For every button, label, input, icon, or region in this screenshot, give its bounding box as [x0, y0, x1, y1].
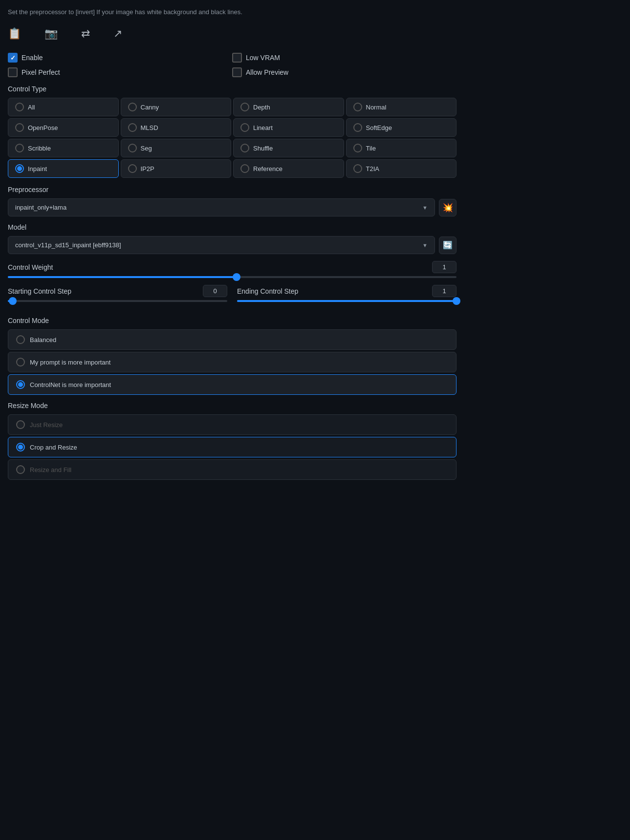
ending-step-thumb[interactable]: [453, 297, 460, 305]
resize-option-just[interactable]: Just Resize: [8, 414, 456, 435]
low-vram-checkbox-item[interactable]: Low VRAM: [232, 53, 456, 63]
pixel-row: Pixel Perfect Allow Preview: [8, 67, 456, 77]
allow-preview-checkbox[interactable]: [232, 67, 242, 77]
control-weight-value[interactable]: 1: [432, 261, 456, 273]
enable-checkbox-item[interactable]: Enable: [8, 53, 232, 63]
control-mode-controlnet[interactable]: ControlNet is more important: [8, 374, 456, 395]
control-type-inpaint[interactable]: Inpaint: [8, 159, 119, 178]
label-seg: Seg: [141, 145, 152, 152]
label-mlsd: MLSD: [141, 124, 158, 131]
resize-option-crop[interactable]: Crop and Resize: [8, 437, 456, 457]
control-type-scribble[interactable]: Scribble: [8, 139, 119, 157]
resize-mode-label: Resize Mode: [8, 402, 456, 409]
refresh-icon: 🔄: [443, 240, 453, 250]
label-openpose: OpenPose: [28, 124, 58, 131]
starting-step-header: Starting Control Step 0: [8, 285, 227, 297]
control-type-ip2p[interactable]: IP2P: [121, 159, 232, 178]
control-type-lineart[interactable]: Lineart: [233, 118, 344, 137]
control-type-normal[interactable]: Normal: [346, 98, 457, 116]
preprocessor-section: Preprocessor inpaint_only+lama ▼ 💥: [8, 186, 456, 216]
starting-step-value[interactable]: 0: [203, 285, 227, 297]
control-mode-label: Control Mode: [8, 317, 456, 324]
balanced-label: Balanced: [30, 336, 56, 344]
arrow-icon[interactable]: ↗: [113, 27, 122, 40]
label-lineart: Lineart: [253, 124, 273, 131]
control-weight-label: Control Weight: [8, 263, 427, 271]
radio-lineart: [240, 123, 249, 132]
radio-canny: [128, 103, 137, 111]
control-type-canny[interactable]: Canny: [121, 98, 232, 116]
preprocessor-label: Preprocessor: [8, 186, 456, 194]
label-all: All: [28, 104, 35, 111]
control-type-tile[interactable]: Tile: [346, 139, 457, 157]
label-tile: Tile: [366, 145, 376, 152]
pixel-perfect-label: Pixel Perfect: [22, 68, 60, 76]
ending-step-value[interactable]: 1: [432, 285, 456, 297]
radio-t2ia: [353, 164, 362, 173]
radio-reference: [240, 164, 249, 173]
swap-icon[interactable]: ⇄: [81, 27, 90, 40]
radio-openpose: [15, 123, 24, 132]
label-shuffle: Shuffle: [253, 145, 273, 152]
ending-step-fill: [237, 300, 456, 302]
enable-checkbox[interactable]: [8, 53, 18, 63]
label-canny: Canny: [141, 104, 159, 111]
preprocessor-select[interactable]: inpaint_only+lama ▼: [8, 198, 435, 216]
control-mode-balanced[interactable]: Balanced: [8, 329, 456, 350]
pixel-perfect-checkbox-item[interactable]: Pixel Perfect: [8, 67, 232, 77]
control-type-depth[interactable]: Depth: [233, 98, 344, 116]
model-arrow: ▼: [422, 242, 428, 248]
preprocessor-arrow: ▼: [422, 205, 428, 211]
enable-label: Enable: [22, 54, 43, 62]
ending-step-label: Ending Control Step: [237, 287, 432, 295]
radio-softedge: [353, 123, 362, 132]
control-type-reference[interactable]: Reference: [233, 159, 344, 178]
control-type-section: Control Type All Canny Depth Normal Open…: [8, 85, 456, 178]
control-weight-row: Control Weight 1: [8, 261, 456, 273]
control-type-openpose[interactable]: OpenPose: [8, 118, 119, 137]
low-vram-checkbox[interactable]: [232, 53, 242, 63]
radio-seg: [128, 144, 137, 152]
enable-row: Enable Low VRAM: [8, 53, 456, 63]
radio-all: [15, 103, 24, 111]
ending-step-col: Ending Control Step 1: [237, 285, 456, 309]
model-label: Model: [8, 223, 456, 231]
pixel-perfect-checkbox[interactable]: [8, 67, 18, 77]
control-type-all[interactable]: All: [8, 98, 119, 116]
label-reference: Reference: [253, 165, 282, 172]
starting-step-slider[interactable]: [8, 300, 227, 302]
starting-step-thumb[interactable]: [9, 297, 17, 305]
control-type-mlsd[interactable]: MLSD: [121, 118, 232, 137]
prompt-label: My prompt is more important: [30, 359, 110, 366]
control-mode-prompt[interactable]: My prompt is more important: [8, 352, 456, 372]
model-select[interactable]: control_v11p_sd15_inpaint [ebff9138] ▼: [8, 236, 435, 254]
starting-step-col: Starting Control Step 0: [8, 285, 227, 309]
low-vram-label: Low VRAM: [246, 54, 280, 62]
crop-resize-label: Crop and Resize: [30, 444, 77, 451]
model-refresh-btn[interactable]: 🔄: [439, 237, 456, 254]
camera-icon[interactable]: 📷: [44, 27, 58, 40]
control-weight-slider[interactable]: [8, 276, 456, 278]
model-value: control_v11p_sd15_inpaint [ebff9138]: [15, 241, 121, 249]
resize-option-fill[interactable]: Resize and Fill: [8, 459, 456, 480]
allow-preview-checkbox-item[interactable]: Allow Preview: [232, 67, 456, 77]
ending-step-slider[interactable]: [237, 300, 456, 302]
preprocessor-fire-btn[interactable]: 💥: [439, 199, 456, 216]
radio-mlsd: [128, 123, 137, 132]
control-type-shuffle[interactable]: Shuffle: [233, 139, 344, 157]
control-type-t2ia[interactable]: T2IA: [346, 159, 457, 178]
control-type-softedge[interactable]: SoftEdge: [346, 118, 457, 137]
starting-step-label: Starting Control Step: [8, 287, 203, 295]
radio-depth: [240, 103, 249, 111]
control-type-seg[interactable]: Seg: [121, 139, 232, 157]
control-weight-thumb[interactable]: [233, 273, 240, 281]
preprocessor-row: inpaint_only+lama ▼ 💥: [8, 198, 456, 216]
radio-crop-resize: [16, 443, 25, 452]
control-type-label: Control Type: [8, 85, 456, 93]
label-ip2p: IP2P: [141, 165, 154, 172]
notes-icon[interactable]: 📋: [8, 27, 21, 40]
model-section: Model control_v11p_sd15_inpaint [ebff913…: [8, 223, 456, 254]
radio-tile: [353, 144, 362, 152]
radio-controlnet: [16, 380, 25, 389]
radio-shuffle: [240, 144, 249, 152]
